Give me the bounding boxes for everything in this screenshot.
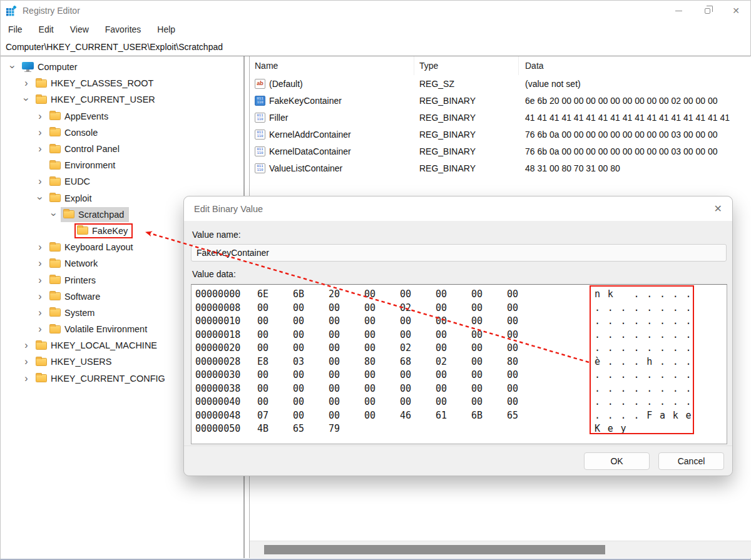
hex-byte[interactable]: 00 — [400, 395, 436, 409]
hex-byte[interactable]: 00 — [507, 382, 543, 396]
tree-item-computer[interactable]: Computer — [1, 59, 243, 75]
hex-byte[interactable]: 00 — [293, 369, 329, 382]
hex-byte[interactable]: 80 — [364, 355, 400, 369]
hex-byte[interactable]: 00 — [364, 302, 400, 315]
restore-button[interactable] — [693, 1, 722, 21]
hex-byte[interactable]: 00 — [507, 315, 543, 328]
menu-edit[interactable]: Edit — [39, 24, 62, 34]
hex-byte[interactable]: 00 — [257, 382, 293, 396]
menu-view[interactable]: View — [70, 24, 97, 34]
hex-byte[interactable]: 00 — [329, 342, 364, 355]
minimize-button[interactable] — [664, 1, 693, 21]
hex-byte[interactable]: 00 — [507, 302, 543, 315]
hex-byte[interactable]: 6E — [257, 288, 293, 302]
chevron-right-icon[interactable] — [33, 291, 47, 302]
hex-byte[interactable]: 00 — [293, 409, 329, 423]
hex-byte[interactable]: 00 — [436, 288, 471, 302]
hex-byte[interactable]: 6B — [293, 288, 329, 302]
hex-byte[interactable]: 00 — [471, 395, 507, 409]
hex-byte[interactable]: 02 — [400, 342, 436, 355]
chevron-right-icon[interactable] — [33, 242, 47, 253]
hex-byte[interactable]: 65 — [507, 409, 543, 423]
hex-byte[interactable]: 00 — [257, 342, 293, 355]
hex-byte[interactable]: 00 — [257, 395, 293, 409]
hex-byte[interactable]: 00 — [293, 328, 329, 342]
hex-byte[interactable]: 00 — [257, 328, 293, 342]
chevron-right-icon[interactable] — [33, 176, 47, 187]
hex-byte[interactable]: 02 — [436, 355, 471, 369]
chevron-right-icon[interactable] — [19, 78, 33, 89]
hex-byte[interactable]: 00 — [329, 369, 364, 382]
hex-byte[interactable]: 00 — [257, 369, 293, 382]
hex-byte[interactable]: 00 — [400, 328, 436, 342]
value-name-field[interactable]: FakeKeyContainer — [191, 244, 727, 262]
hex-byte[interactable]: 00 — [471, 288, 507, 302]
address-bar[interactable]: Computer\HKEY_CURRENT_USER\Exploit\Scrat… — [1, 38, 750, 56]
menu-file[interactable]: File — [8, 24, 31, 34]
hex-byte[interactable]: 00 — [471, 355, 507, 369]
hex-byte[interactable]: 00 — [436, 395, 471, 409]
ok-button[interactable]: OK — [584, 452, 650, 470]
hex-byte[interactable]: 00 — [507, 395, 543, 409]
hex-byte[interactable]: 00 — [364, 395, 400, 409]
chevron-right-icon[interactable] — [33, 111, 47, 122]
chevron-down-icon[interactable] — [47, 209, 61, 220]
hex-byte[interactable]: 79 — [329, 422, 364, 436]
hex-byte[interactable]: 07 — [257, 409, 293, 423]
tree-item-console[interactable]: Console — [1, 125, 243, 141]
hex-byte[interactable]: 20 — [329, 288, 364, 302]
hex-byte[interactable]: 00 — [507, 342, 543, 355]
hex-byte[interactable]: 00 — [400, 369, 436, 382]
hex-byte[interactable]: 00 — [471, 382, 507, 396]
value-row-kerneladdrcontainer[interactable]: 011110KernelAddrContainerREG_BINARY76 6b… — [250, 126, 751, 143]
hex-byte[interactable]: 00 — [329, 382, 364, 396]
hex-byte[interactable]: 00 — [293, 342, 329, 355]
cancel-button[interactable]: Cancel — [658, 452, 724, 470]
value-row-default[interactable]: ab(Default)REG_SZ(value not set) — [250, 75, 751, 92]
hex-byte[interactable]: 00 — [436, 382, 471, 396]
tree-item-hkey-classes-root[interactable]: HKEY_CLASSES_ROOT — [1, 75, 243, 91]
hex-byte[interactable]: 00 — [436, 328, 471, 342]
hex-byte[interactable]: 00 — [329, 355, 364, 369]
hex-byte[interactable]: 80 — [507, 355, 543, 369]
close-button[interactable]: ✕ — [722, 1, 750, 21]
hex-byte[interactable]: 03 — [293, 355, 329, 369]
hex-byte[interactable]: 4B — [257, 422, 293, 436]
chevron-right-icon[interactable] — [33, 307, 47, 318]
chevron-down-icon[interactable] — [19, 94, 33, 105]
hex-byte[interactable]: 02 — [400, 302, 436, 315]
hex-byte[interactable]: 61 — [436, 409, 471, 423]
hex-byte[interactable]: E8 — [257, 355, 293, 369]
hex-byte[interactable]: 6B — [471, 409, 507, 423]
tree-item-control-panel[interactable]: Control Panel — [1, 141, 243, 157]
hex-byte[interactable]: 00 — [257, 315, 293, 328]
tree-item-eudc[interactable]: EUDC — [1, 173, 243, 190]
chevron-right-icon[interactable] — [33, 143, 47, 155]
hex-byte[interactable]: 00 — [293, 315, 329, 328]
chevron-right-icon[interactable] — [33, 258, 47, 269]
horizontal-scrollbar[interactable] — [250, 541, 751, 558]
column-header-name[interactable]: Name — [250, 56, 414, 75]
hex-byte[interactable]: 00 — [329, 315, 364, 328]
hex-byte[interactable]: 00 — [364, 288, 400, 302]
hex-byte[interactable]: 46 — [400, 409, 436, 423]
value-row-valuelistcontainer[interactable]: 011110ValueListContainerREG_BINARY48 31 … — [250, 160, 751, 176]
hex-byte[interactable]: 00 — [329, 328, 364, 342]
tree-item-hkey-current-user[interactable]: HKEY_CURRENT_USER — [1, 91, 243, 108]
hex-byte[interactable]: 00 — [257, 302, 293, 315]
menu-favorites[interactable]: Favorites — [105, 24, 150, 34]
hex-byte[interactable]: 00 — [364, 342, 400, 355]
hex-byte[interactable]: 68 — [400, 355, 436, 369]
hex-byte[interactable]: 00 — [436, 302, 471, 315]
hex-byte[interactable]: 00 — [471, 302, 507, 315]
value-row-filler[interactable]: 011110FillerREG_BINARY41 41 41 41 41 41 … — [250, 109, 751, 126]
chevron-right-icon[interactable] — [33, 127, 47, 138]
hex-byte[interactable]: 00 — [364, 369, 400, 382]
tree-item-appevents[interactable]: AppEvents — [1, 108, 243, 125]
hex-byte[interactable]: 00 — [293, 395, 329, 409]
value-row-fakekeycontainer[interactable]: 011110FakeKeyContainerREG_BINARY6e 6b 20… — [250, 92, 751, 109]
hex-byte[interactable]: 00 — [364, 409, 400, 423]
chevron-down-icon[interactable] — [6, 61, 19, 73]
hex-byte[interactable]: 00 — [400, 382, 436, 396]
hex-editor[interactable]: 000000006E6B200000000000nk .....00000008… — [191, 284, 727, 444]
